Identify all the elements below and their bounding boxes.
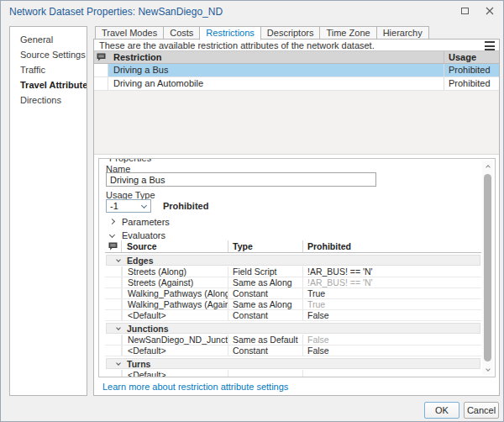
value-cell: !AR_BUS! == 'N' <box>302 277 481 287</box>
row-icon-cell <box>105 310 122 320</box>
cancel-button[interactable]: Cancel <box>464 402 499 419</box>
prohibited-column-header[interactable]: Prohibited <box>302 240 481 252</box>
scroll-down-button[interactable] <box>482 364 493 375</box>
evaluator-group-turns[interactable]: Turns <box>106 358 480 369</box>
value-cell: True <box>302 299 481 309</box>
row-icon-cell <box>94 64 108 76</box>
type-cell <box>228 370 302 377</box>
evaluator-row[interactable]: NewSanDiego_ND_JunctionsSame as DefaultF… <box>105 335 481 346</box>
tab-descriptors[interactable]: Descriptors <box>260 26 321 40</box>
restriction-name-cell: Driving an Automobile <box>108 77 444 90</box>
source-cell: Streets (Against) <box>122 277 228 287</box>
description-row: These are the available restriction attr… <box>94 40 499 50</box>
restriction-column-header[interactable]: Restriction <box>108 51 444 63</box>
evaluator-row[interactable]: Streets (Along)Field Script!AR_BUS! == '… <box>105 266 481 277</box>
scrollbar-thumb[interactable] <box>484 174 491 361</box>
row-icon-cell <box>105 299 122 309</box>
evaluator-row[interactable]: Walking_Pathways (Along)ConstantTrue <box>105 288 481 299</box>
tab-costs[interactable]: Costs <box>163 26 200 40</box>
evaluator-row[interactable]: <Default>ConstantFalse <box>105 346 481 356</box>
comment-icon <box>105 240 122 252</box>
group-label: Junctions <box>127 324 169 334</box>
evaluators-table-header: Source Type Prohibited <box>105 240 481 253</box>
name-input[interactable] <box>106 172 376 187</box>
tab-hierarchy[interactable]: Hierarchy <box>376 26 429 40</box>
close-button[interactable] <box>478 3 501 19</box>
evaluator-row[interactable]: Walking_Pathways (Against)Same as AlongT… <box>105 299 481 310</box>
row-icon-cell <box>105 266 122 277</box>
type-cell: Same as Along <box>228 277 302 287</box>
source-cell: NewSanDiego_ND_Junctions <box>122 335 228 345</box>
source-column-header[interactable]: Source <box>122 240 228 252</box>
source-cell: Streets (Along) <box>122 266 228 277</box>
chevron-right-icon <box>109 219 115 224</box>
value-cell: False <box>302 335 481 345</box>
source-cell: <Default> <box>122 310 228 320</box>
evaluator-group-junctions[interactable]: Junctions <box>106 323 480 334</box>
value-cell <box>302 370 481 377</box>
properties-scrollbar <box>482 161 493 375</box>
row-icon-cell <box>94 77 108 90</box>
sidebar-item-traffic[interactable]: Traffic <box>10 62 87 77</box>
parameters-section-toggle[interactable]: Parameters <box>99 216 478 229</box>
chevron-down-icon <box>486 367 491 372</box>
value-cell: False <box>302 346 481 356</box>
row-icon-cell <box>105 346 122 356</box>
value-cell: !AR_BUS! == 'N' <box>302 266 481 277</box>
restore-button[interactable] <box>453 3 476 19</box>
usage-cell: Prohibited <box>444 64 499 76</box>
menu-icon[interactable] <box>485 41 495 50</box>
sidebar: GeneralSource SettingsTrafficTravel Attr… <box>9 26 87 396</box>
type-cell: Constant <box>228 346 302 356</box>
type-column-header[interactable]: Type <box>228 240 302 252</box>
evaluator-group-edges[interactable]: Edges <box>106 255 480 266</box>
evaluator-row[interactable]: <Default> <box>105 370 481 377</box>
ok-button[interactable]: OK <box>424 402 459 419</box>
usage-type-select[interactable]: -1 <box>106 199 151 213</box>
tab-time-zone[interactable]: Time Zone <box>319 26 376 40</box>
restrictions-panel: These are the available restriction attr… <box>93 39 500 396</box>
restrictions-description: These are the available restriction attr… <box>99 40 375 50</box>
source-cell: Walking_Pathways (Against) <box>122 299 228 309</box>
source-cell: <Default> <box>122 370 228 377</box>
sidebar-item-source-settings[interactable]: Source Settings <box>10 47 87 62</box>
type-cell: Constant <box>228 310 302 320</box>
chevron-down-icon <box>116 257 121 262</box>
tab-travel-modes[interactable]: Travel Modes <box>95 26 164 40</box>
sidebar-item-travel-attributes[interactable]: Travel Attributes <box>10 77 87 92</box>
restriction-list-header: Restriction Usage <box>94 50 499 64</box>
usage-type-text: Prohibited <box>163 201 208 211</box>
value-cell: False <box>302 310 481 320</box>
learn-more-link[interactable]: Learn more about restriction attribute s… <box>102 382 288 392</box>
group-label: Turns <box>127 359 150 369</box>
source-cell: <Default> <box>122 346 228 356</box>
evaluator-row[interactable]: <Default>ConstantFalse <box>105 310 481 321</box>
properties-groupbox: Properties Name Usage Type -1 Prohibited… <box>98 158 496 377</box>
evaluator-row[interactable]: Streets (Against)Same as Along!AR_BUS! =… <box>105 277 481 288</box>
evaluators-table: Source Type Prohibited EdgesStreets (Alo… <box>105 240 481 377</box>
sidebar-item-directions[interactable]: Directions <box>10 92 87 108</box>
evaluators-table-body: EdgesStreets (Along)Field Script!AR_BUS!… <box>105 255 481 377</box>
type-cell: Field Script <box>228 266 302 277</box>
row-icon-cell <box>105 277 122 287</box>
usage-type-value: -1 <box>110 201 118 212</box>
group-label: Edges <box>127 256 154 266</box>
sidebar-item-general[interactable]: General <box>10 32 87 47</box>
network-dataset-properties-dialog: Network Dataset Properties: NewSanDiego_… <box>0 0 504 422</box>
close-icon <box>486 7 494 15</box>
titlebar: Network Dataset Properties: NewSanDiego_… <box>1 1 503 23</box>
restriction-row[interactable]: Driving a BusProhibited <box>94 64 499 77</box>
usage-column-header[interactable]: Usage <box>444 51 499 63</box>
restriction-row[interactable]: Driving an AutomobileProhibited <box>94 77 499 91</box>
properties-group-label: Properties <box>106 158 155 163</box>
chevron-down-icon <box>116 361 121 366</box>
tab-restrictions[interactable]: Restrictions <box>199 26 260 40</box>
content-area: Travel ModesCostsRestrictionsDescriptors… <box>93 26 500 396</box>
row-icon-cell <box>105 370 122 377</box>
chevron-down-icon <box>109 232 115 238</box>
tab-strip: Travel ModesCostsRestrictionsDescriptors… <box>95 26 429 40</box>
type-cell: Same as Default <box>228 335 302 345</box>
usage-cell: Prohibited <box>444 77 499 90</box>
chevron-down-icon <box>141 203 147 208</box>
scroll-up-button[interactable] <box>482 161 493 171</box>
